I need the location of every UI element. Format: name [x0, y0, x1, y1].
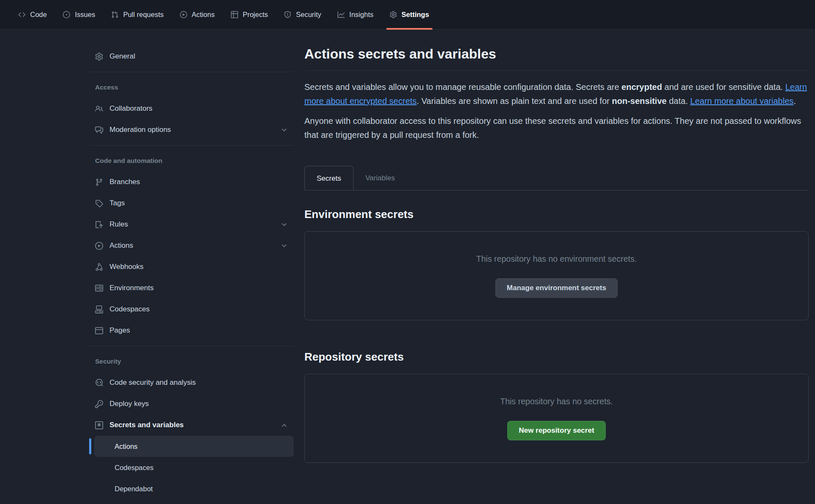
nav-tab-label: Actions: [192, 11, 215, 19]
nav-tab-actions[interactable]: Actions: [172, 0, 223, 29]
sidebar-item-label: Environments: [110, 284, 154, 292]
sidebar-section-title-access: Access: [89, 77, 294, 98]
manage-environment-secrets-button[interactable]: Manage environment secrets: [495, 278, 618, 298]
sidebar-item-tags[interactable]: Tags: [89, 193, 294, 214]
tab-secrets[interactable]: Secrets: [304, 166, 354, 190]
code-icon: [18, 11, 25, 18]
key-icon: [95, 400, 103, 408]
sidebar-subitem-actions[interactable]: Actions: [94, 436, 294, 457]
sidebar-item-label: Moderation options: [110, 126, 171, 134]
emphasis-text: non-sensitive: [612, 96, 667, 106]
title-divider: [304, 70, 809, 71]
nav-tab-code[interactable]: Code: [10, 0, 55, 29]
codespaces-icon: [95, 305, 103, 314]
nav-tab-settings[interactable]: Settings: [382, 0, 437, 29]
sidebar-item-label: Code security and analysis: [110, 378, 196, 387]
sidebar-divider: [89, 72, 294, 72]
play-icon: [95, 242, 103, 250]
webhook-icon: [95, 263, 103, 271]
learn-more-variables-link[interactable]: Learn more about variables: [690, 96, 793, 106]
repository-secrets-empty-box: This repository has no secrets. New repo…: [304, 374, 809, 463]
rules-icon: [95, 221, 103, 229]
codescan-icon: [95, 379, 103, 387]
new-repository-secret-button[interactable]: New repository secret: [507, 421, 606, 440]
sidebar-item-label: Codespaces: [110, 305, 150, 314]
sidebar-item-label: Collaborators: [110, 104, 152, 113]
sidebar-item-moderation-options[interactable]: Moderation options: [89, 119, 294, 140]
sidebar-item-collaborators[interactable]: Collaborators: [89, 98, 294, 119]
sidebar-item-actions[interactable]: Actions: [89, 235, 294, 256]
graph-icon: [337, 11, 345, 18]
emphasis-text: encrypted: [621, 82, 662, 92]
sidebar-item-environments[interactable]: Environments: [89, 277, 294, 299]
gear-icon: [95, 53, 103, 61]
git-branch-icon: [95, 178, 103, 186]
sidebar-item-label: Secrets and variables: [110, 421, 184, 429]
nav-tab-issues[interactable]: Issues: [55, 0, 103, 29]
sidebar-item-deploy-keys[interactable]: Deploy keys: [89, 393, 294, 414]
git-pull-request-icon: [111, 11, 118, 18]
sidebar-item-secrets-and-variables[interactable]: Secrets and variables: [89, 414, 294, 436]
nav-tab-security[interactable]: Security: [276, 0, 329, 29]
sidebar-item-codespaces[interactable]: Codespaces: [89, 299, 294, 320]
sidebar-item-general[interactable]: General: [89, 46, 294, 67]
repository-secrets-empty-message: This repository has no secrets.: [500, 397, 613, 406]
sidebar-section-title-security: Security: [89, 351, 294, 372]
sidebar-item-rules[interactable]: Rules: [89, 214, 294, 235]
secrets-variables-tablist: SecretsVariables: [304, 166, 809, 190]
shield-icon: [284, 11, 291, 18]
sidebar-item-pages[interactable]: Pages: [89, 320, 294, 341]
nav-tab-label: Code: [30, 11, 47, 19]
comment-discussion-icon: [95, 126, 103, 134]
page-title: Actions secrets and variables: [304, 46, 809, 62]
repo-top-nav: CodeIssuesPull requestsActionsProjectsSe…: [0, 0, 815, 30]
sidebar-item-label: Webhooks: [110, 263, 143, 271]
sidebar-divider: [89, 145, 294, 146]
nav-tab-label: Issues: [75, 11, 95, 19]
sidebar-item-label: General: [110, 52, 135, 61]
issue-opened-icon: [63, 11, 70, 18]
chevron-down-icon: [281, 242, 288, 249]
sidebar-item-label: Tags: [110, 199, 125, 207]
nav-tab-label: Security: [296, 11, 321, 19]
repository-secrets-heading: Repository secrets: [304, 350, 809, 364]
nav-tab-insights[interactable]: Insights: [329, 0, 382, 29]
gear-icon: [390, 11, 397, 18]
sidebar-item-branches[interactable]: Branches: [89, 171, 294, 193]
nav-tab-label: Settings: [402, 11, 429, 19]
server-icon: [95, 284, 103, 292]
table-icon: [231, 11, 238, 18]
key-asterisk-icon: [95, 421, 103, 429]
sidebar-item-code-security-and-analysis[interactable]: Code security and analysis: [89, 372, 294, 393]
sidebar-section-title-code-and-automation: Code and automation: [89, 150, 294, 171]
main-content: Actions secrets and variables Secrets an…: [304, 46, 809, 463]
sidebar-subitem-codespaces[interactable]: Codespaces: [94, 457, 294, 478]
tab-variables[interactable]: Variables: [354, 166, 407, 190]
people-icon: [95, 105, 103, 113]
environment-secrets-empty-message: This repository has no environment secre…: [476, 254, 637, 264]
sidebar-item-label: Rules: [110, 220, 128, 229]
sidebar-subitem-dependabot[interactable]: Dependabot: [94, 478, 294, 499]
play-icon: [180, 11, 187, 18]
nav-tab-label: Projects: [243, 11, 268, 19]
environment-secrets-heading: Environment secrets: [304, 207, 809, 221]
sidebar-item-label: Pages: [110, 326, 130, 335]
settings-layout: GeneralAccessCollaboratorsModeration opt…: [0, 30, 815, 499]
sidebar-item-label: Deploy keys: [110, 400, 149, 408]
nav-tab-label: Insights: [349, 11, 374, 19]
tag-icon: [95, 199, 103, 207]
nav-tab-label: Pull requests: [123, 11, 163, 19]
chevron-down-icon: [281, 126, 288, 134]
chevron-up-icon: [281, 422, 288, 429]
intro-paragraph-1: Secrets and variables allow you to manag…: [304, 80, 809, 108]
sidebar-divider: [89, 346, 294, 346]
intro-paragraph-2: Anyone with collaborator access to this …: [304, 114, 809, 142]
environment-secrets-empty-box: This repository has no environment secre…: [304, 231, 809, 320]
settings-sidebar: GeneralAccessCollaboratorsModeration opt…: [89, 46, 294, 499]
chevron-down-icon: [281, 221, 288, 228]
sidebar-item-webhooks[interactable]: Webhooks: [89, 256, 294, 277]
nav-tab-pull-requests[interactable]: Pull requests: [103, 0, 171, 29]
nav-tab-projects[interactable]: Projects: [223, 0, 276, 29]
browser-icon: [95, 327, 103, 335]
sidebar-item-label: Actions: [110, 241, 133, 250]
